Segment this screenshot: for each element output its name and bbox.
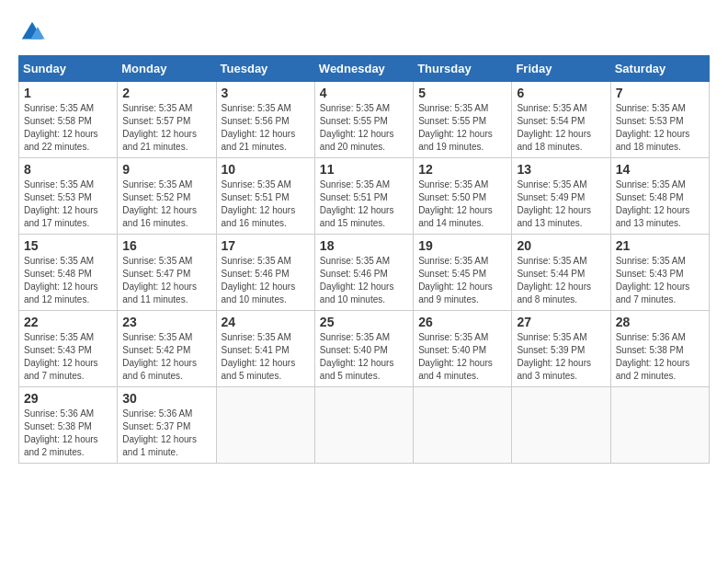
- calendar-day-cell: 7Sunrise: 5:35 AMSunset: 5:53 PMDaylight…: [610, 82, 709, 158]
- day-number: 19: [418, 238, 506, 253]
- calendar-day-cell: 10Sunrise: 5:35 AMSunset: 5:51 PMDayligh…: [216, 158, 314, 235]
- day-detail: Sunrise: 5:36 AMSunset: 5:38 PMDaylight:…: [24, 408, 112, 459]
- day-detail: Sunrise: 5:35 AMSunset: 5:52 PMDaylight:…: [122, 178, 210, 230]
- day-number: 13: [517, 162, 605, 177]
- day-number: 5: [418, 86, 506, 100]
- day-detail: Sunrise: 5:35 AMSunset: 5:43 PMDaylight:…: [24, 331, 112, 383]
- day-detail: Sunrise: 5:35 AMSunset: 5:43 PMDaylight:…: [616, 255, 704, 306]
- day-number: 11: [320, 162, 408, 177]
- calendar-day-cell: 21Sunrise: 5:35 AMSunset: 5:43 PMDayligh…: [610, 235, 709, 311]
- day-detail: Sunrise: 5:35 AMSunset: 5:51 PMDaylight:…: [222, 178, 310, 230]
- day-detail: Sunrise: 5:35 AMSunset: 5:40 PMDaylight:…: [418, 331, 506, 383]
- column-header-saturday: Saturday: [610, 56, 709, 82]
- calendar-week-row: 1Sunrise: 5:35 AMSunset: 5:58 PMDaylight…: [19, 82, 710, 158]
- calendar-week-row: 29Sunrise: 5:36 AMSunset: 5:38 PMDayligh…: [19, 387, 710, 464]
- calendar-week-row: 22Sunrise: 5:35 AMSunset: 5:43 PMDayligh…: [19, 311, 710, 387]
- calendar-day-cell: 25Sunrise: 5:35 AMSunset: 5:40 PMDayligh…: [314, 311, 413, 387]
- day-detail: Sunrise: 5:35 AMSunset: 5:46 PMDaylight:…: [320, 255, 408, 306]
- calendar-day-cell: [314, 387, 413, 464]
- day-number: 16: [122, 238, 210, 253]
- calendar-day-cell: 13Sunrise: 5:35 AMSunset: 5:49 PMDayligh…: [512, 158, 610, 235]
- day-detail: Sunrise: 5:36 AMSunset: 5:37 PMDaylight:…: [122, 408, 210, 459]
- calendar-day-cell: 17Sunrise: 5:35 AMSunset: 5:46 PMDayligh…: [216, 235, 314, 311]
- calendar-day-cell: 9Sunrise: 5:35 AMSunset: 5:52 PMDaylight…: [118, 158, 216, 235]
- header: [18, 18, 710, 46]
- calendar-day-cell: 2Sunrise: 5:35 AMSunset: 5:57 PMDaylight…: [118, 82, 216, 158]
- day-number: 6: [517, 86, 605, 100]
- day-detail: Sunrise: 5:36 AMSunset: 5:38 PMDaylight:…: [616, 331, 704, 383]
- calendar-day-cell: [414, 387, 512, 464]
- day-detail: Sunrise: 5:35 AMSunset: 5:53 PMDaylight:…: [616, 102, 704, 154]
- calendar-day-cell: 27Sunrise: 5:35 AMSunset: 5:39 PMDayligh…: [512, 311, 610, 387]
- day-number: 8: [24, 162, 112, 177]
- day-number: 28: [616, 315, 704, 329]
- calendar-day-cell: 19Sunrise: 5:35 AMSunset: 5:45 PMDayligh…: [414, 235, 512, 311]
- calendar-day-cell: 30Sunrise: 5:36 AMSunset: 5:37 PMDayligh…: [118, 387, 216, 464]
- calendar-day-cell: 20Sunrise: 5:35 AMSunset: 5:44 PMDayligh…: [512, 235, 610, 311]
- day-number: 7: [616, 86, 704, 100]
- day-number: 3: [222, 86, 310, 100]
- day-number: 21: [616, 238, 704, 253]
- day-detail: Sunrise: 5:35 AMSunset: 5:58 PMDaylight:…: [24, 102, 112, 154]
- calendar-day-cell: [610, 387, 709, 464]
- day-detail: Sunrise: 5:35 AMSunset: 5:44 PMDaylight:…: [517, 255, 605, 306]
- calendar-day-cell: [216, 387, 314, 464]
- day-number: 10: [222, 162, 310, 177]
- day-number: 27: [517, 315, 605, 329]
- day-detail: Sunrise: 5:35 AMSunset: 5:50 PMDaylight:…: [418, 178, 506, 230]
- day-number: 29: [24, 391, 112, 406]
- day-detail: Sunrise: 5:35 AMSunset: 5:48 PMDaylight:…: [24, 255, 112, 306]
- calendar-week-row: 8Sunrise: 5:35 AMSunset: 5:53 PMDaylight…: [19, 158, 710, 235]
- calendar-day-cell: 26Sunrise: 5:35 AMSunset: 5:40 PMDayligh…: [414, 311, 512, 387]
- day-number: 14: [616, 162, 704, 177]
- calendar-week-row: 15Sunrise: 5:35 AMSunset: 5:48 PMDayligh…: [19, 235, 710, 311]
- logo-icon: [18, 18, 46, 46]
- column-header-monday: Monday: [118, 56, 216, 82]
- day-detail: Sunrise: 5:35 AMSunset: 5:54 PMDaylight:…: [517, 102, 605, 154]
- day-number: 20: [517, 238, 605, 253]
- day-detail: Sunrise: 5:35 AMSunset: 5:39 PMDaylight:…: [517, 331, 605, 383]
- calendar-table: SundayMondayTuesdayWednesdayThursdayFrid…: [18, 55, 710, 464]
- calendar-day-cell: 29Sunrise: 5:36 AMSunset: 5:38 PMDayligh…: [19, 387, 118, 464]
- day-detail: Sunrise: 5:35 AMSunset: 5:47 PMDaylight:…: [122, 255, 210, 306]
- calendar-day-cell: 12Sunrise: 5:35 AMSunset: 5:50 PMDayligh…: [414, 158, 512, 235]
- day-number: 26: [418, 315, 506, 329]
- day-number: 18: [320, 238, 408, 253]
- day-detail: Sunrise: 5:35 AMSunset: 5:49 PMDaylight:…: [517, 178, 605, 230]
- day-number: 12: [418, 162, 506, 177]
- day-detail: Sunrise: 5:35 AMSunset: 5:41 PMDaylight:…: [222, 331, 310, 383]
- day-number: 1: [24, 86, 112, 100]
- day-number: 25: [320, 315, 408, 329]
- calendar-day-cell: 16Sunrise: 5:35 AMSunset: 5:47 PMDayligh…: [118, 235, 216, 311]
- calendar-day-cell: 4Sunrise: 5:35 AMSunset: 5:55 PMDaylight…: [314, 82, 413, 158]
- day-detail: Sunrise: 5:35 AMSunset: 5:48 PMDaylight:…: [616, 178, 704, 230]
- day-number: 2: [122, 86, 210, 100]
- calendar-day-cell: 8Sunrise: 5:35 AMSunset: 5:53 PMDaylight…: [19, 158, 118, 235]
- calendar-day-cell: 1Sunrise: 5:35 AMSunset: 5:58 PMDaylight…: [19, 82, 118, 158]
- calendar-day-cell: 3Sunrise: 5:35 AMSunset: 5:56 PMDaylight…: [216, 82, 314, 158]
- day-detail: Sunrise: 5:35 AMSunset: 5:42 PMDaylight:…: [122, 331, 210, 383]
- calendar-day-cell: 15Sunrise: 5:35 AMSunset: 5:48 PMDayligh…: [19, 235, 118, 311]
- day-number: 4: [320, 86, 408, 100]
- calendar-day-cell: 22Sunrise: 5:35 AMSunset: 5:43 PMDayligh…: [19, 311, 118, 387]
- day-number: 17: [222, 238, 310, 253]
- calendar-day-cell: [512, 387, 610, 464]
- calendar-day-cell: 28Sunrise: 5:36 AMSunset: 5:38 PMDayligh…: [610, 311, 709, 387]
- day-number: 9: [122, 162, 210, 177]
- day-detail: Sunrise: 5:35 AMSunset: 5:40 PMDaylight:…: [320, 331, 408, 383]
- column-header-wednesday: Wednesday: [314, 56, 413, 82]
- day-number: 30: [122, 391, 210, 406]
- column-header-sunday: Sunday: [19, 56, 118, 82]
- calendar-day-cell: 6Sunrise: 5:35 AMSunset: 5:54 PMDaylight…: [512, 82, 610, 158]
- logo: [18, 18, 50, 46]
- calendar-day-cell: 14Sunrise: 5:35 AMSunset: 5:48 PMDayligh…: [610, 158, 709, 235]
- day-detail: Sunrise: 5:35 AMSunset: 5:56 PMDaylight:…: [222, 102, 310, 154]
- day-detail: Sunrise: 5:35 AMSunset: 5:55 PMDaylight:…: [320, 102, 408, 154]
- calendar-day-cell: 18Sunrise: 5:35 AMSunset: 5:46 PMDayligh…: [314, 235, 413, 311]
- day-number: 24: [222, 315, 310, 329]
- day-number: 23: [122, 315, 210, 329]
- column-header-friday: Friday: [512, 56, 610, 82]
- calendar-day-cell: 24Sunrise: 5:35 AMSunset: 5:41 PMDayligh…: [216, 311, 314, 387]
- calendar-day-cell: 23Sunrise: 5:35 AMSunset: 5:42 PMDayligh…: [118, 311, 216, 387]
- day-number: 15: [24, 238, 112, 253]
